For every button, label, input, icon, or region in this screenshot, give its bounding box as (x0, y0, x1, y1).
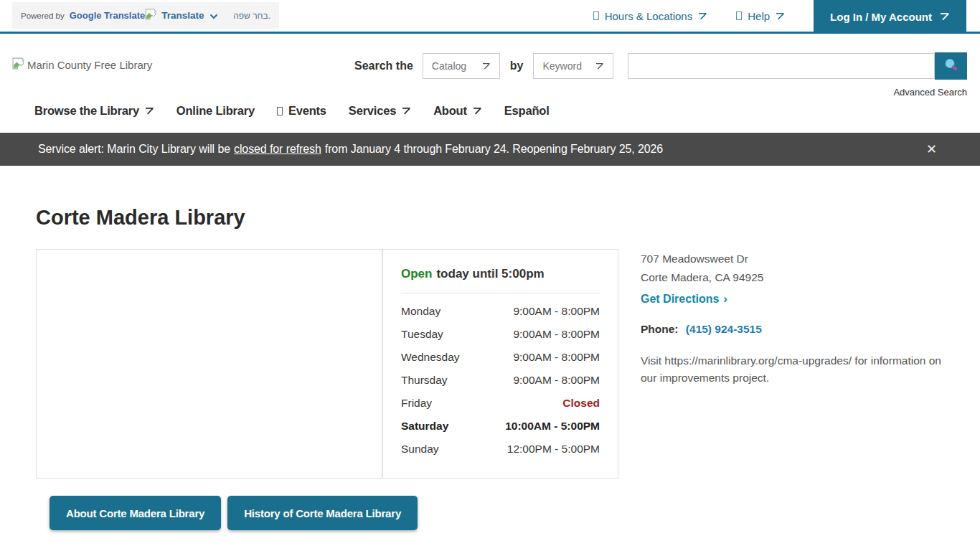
nav-services[interactable]: Services (349, 104, 411, 118)
page-title: Corte Madera Library (36, 206, 980, 230)
calendar-icon (277, 107, 283, 116)
hours-row-thursday: Thursday 9:00AM - 8:00PM (401, 369, 600, 392)
dropdown-arrow-icon (473, 104, 482, 118)
search-button[interactable] (935, 52, 967, 80)
clock-icon (593, 11, 599, 20)
login-label: Log In / My Account (830, 11, 932, 23)
address-line-1: 707 Meadowsweet Dr (641, 250, 960, 268)
about-branch-button[interactable]: About Corte Madera Library (50, 496, 221, 530)
search-area: Search the Catalog by Keyword (354, 52, 967, 98)
broken-image-icon (145, 9, 159, 23)
topbar: Powered by Google Translate Translate בח… (0, 0, 980, 34)
day-label: Tuesday (401, 323, 443, 346)
nav-about[interactable]: About (433, 104, 482, 118)
phone-number-link[interactable]: (415) 924-3515 (686, 323, 762, 335)
hours-divider (401, 293, 600, 293)
search-input[interactable] (628, 53, 935, 79)
logo-alt-text: Marin County Free Library (27, 59, 152, 71)
service-alert-banner: Service alert: Marin City Library will b… (0, 133, 980, 166)
day-hours-closed: Closed (562, 392, 600, 415)
alert-text: from January 4 through February 24. Reop… (325, 143, 663, 156)
day-hours: 12:00PM - 5:00PM (507, 438, 600, 461)
site-header: Marin County Free Library Search the Cat… (0, 34, 980, 133)
day-hours: 9:00AM - 8:00PM (513, 346, 600, 369)
nav-espanol[interactable]: Español (504, 104, 550, 118)
address-line-2: Corte Madera, CA 94925 (641, 268, 960, 287)
day-label: Saturday (401, 415, 448, 438)
hours-locations-link[interactable]: Hours & Locations (593, 0, 708, 32)
open-status: Opentoday until 5:00pm (401, 267, 600, 281)
improvements-note: Visit https://marinlibrary.org/cma-upgra… (641, 352, 960, 387)
dropdown-arrow-icon (698, 10, 707, 22)
phone-row: Phone: (415) 924-3515 (641, 323, 960, 336)
nav-events[interactable]: Events (277, 104, 326, 118)
nav-label: Browse the Library (34, 104, 139, 118)
history-branch-button[interactable]: History of Corte Madera Library (227, 496, 418, 530)
nav-label: Español (504, 104, 550, 118)
question-icon (736, 11, 742, 20)
search-the-label: Search the (354, 60, 413, 72)
nav-label: Services (349, 104, 396, 118)
close-icon[interactable]: ✕ (926, 143, 937, 156)
login-my-account-button[interactable]: Log In / My Account (814, 0, 966, 34)
hours-card: Opentoday until 5:00pm Monday 9:00AM - 8… (382, 249, 618, 479)
get-directions-link[interactable]: Get Directions › (641, 292, 727, 306)
hours-row-wednesday: Wednesday 9:00AM - 8:00PM (401, 346, 600, 369)
nav-online-library[interactable]: Online Library (176, 104, 255, 118)
translate-label[interactable]: Translate (161, 10, 204, 21)
day-label: Monday (401, 300, 440, 323)
open-status-word: Open (401, 267, 432, 281)
open-status-detail: today until 5:00pm (436, 267, 544, 281)
dropdown-arrow-icon (482, 60, 491, 72)
nav-label: About (433, 104, 467, 118)
day-label: Wednesday (401, 346, 460, 369)
hours-row-tuesday: Tuesday 9:00AM - 8:00PM (401, 323, 600, 346)
day-hours: 9:00AM - 8:00PM (513, 300, 600, 323)
hours-row-saturday-today: Saturday 10:00AM - 5:00PM (401, 415, 600, 438)
magnifier-icon (943, 57, 959, 75)
nav-label: Events (288, 104, 326, 118)
choose-language-label[interactable]: בחר שפה. (233, 11, 270, 21)
search-scope-select[interactable]: Catalog (423, 53, 500, 79)
day-label: Thursday (401, 369, 448, 392)
hours-locations-label: Hours & Locations (605, 10, 693, 22)
dropdown-arrow-icon (595, 60, 604, 72)
google-translate-widget[interactable]: Powered by Google Translate Translate בח… (12, 2, 279, 29)
broken-image-icon (12, 57, 27, 72)
day-hours: 9:00AM - 8:00PM (513, 323, 600, 346)
help-link[interactable]: Help (736, 0, 785, 32)
nav-browse-the-library[interactable]: Browse the Library (34, 104, 154, 118)
map-placeholder (36, 249, 382, 479)
branch-buttons: About Corte Madera Library History of Co… (50, 496, 980, 530)
get-directions-label: Get Directions (641, 293, 719, 306)
day-hours: 10:00AM - 5:00PM (505, 415, 600, 438)
powered-by-label: Powered by (21, 11, 65, 20)
phone-label: Phone: (641, 323, 679, 335)
search-scope-value: Catalog (432, 60, 466, 72)
alert-closed-for-refresh-link[interactable]: closed for refresh (234, 143, 321, 156)
by-label: by (510, 60, 524, 72)
day-label: Friday (401, 392, 432, 415)
dropdown-arrow-icon (940, 11, 950, 23)
alert-text: Service alert: Marin City Library will b… (38, 143, 230, 156)
main-nav: Browse the Library Online Library Events… (34, 104, 550, 118)
dropdown-arrow-icon (402, 104, 411, 118)
nav-label: Online Library (176, 104, 255, 118)
day-label: Sunday (401, 438, 439, 461)
library-logo[interactable]: Marin County Free Library (12, 57, 152, 72)
hours-row-sunday: Sunday 12:00PM - 5:00PM (401, 438, 600, 461)
chevron-right-icon: › (723, 292, 727, 306)
search-field-value: Keyword (542, 60, 581, 72)
search-field-select[interactable]: Keyword (533, 53, 613, 79)
day-hours: 9:00AM - 8:00PM (513, 369, 600, 392)
chevron-down-icon[interactable] (209, 9, 218, 22)
help-label: Help (748, 10, 770, 22)
location-details: 707 Meadowsweet Dr Corte Madera, CA 9492… (641, 249, 960, 387)
dropdown-arrow-icon (776, 10, 785, 22)
branch-info-row: Opentoday until 5:00pm Monday 9:00AM - 8… (36, 249, 980, 479)
advanced-search-link[interactable]: Advanced Search (893, 87, 967, 98)
hours-row-monday: Monday 9:00AM - 8:00PM (401, 300, 600, 323)
dropdown-arrow-icon (145, 104, 154, 118)
hours-row-friday: Friday Closed (401, 392, 600, 415)
topbar-links: Hours & Locations Help Log In / My Accou… (593, 0, 966, 34)
